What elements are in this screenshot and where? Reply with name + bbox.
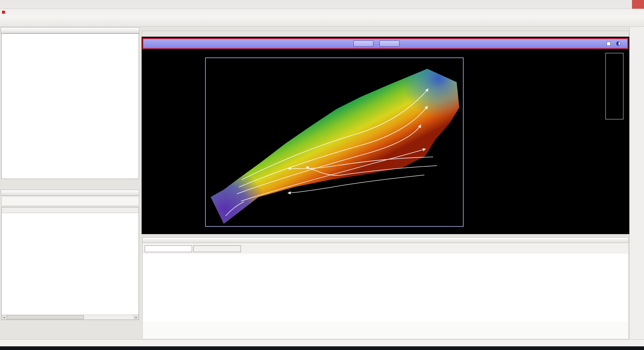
no-button[interactable] — [379, 40, 399, 47]
contrast-icon[interactable] — [616, 41, 621, 46]
close-button[interactable] — [632, 0, 644, 9]
app-icon — [2, 11, 5, 14]
status-bar — [0, 339, 644, 346]
yes-button[interactable] — [353, 40, 373, 47]
horizontal-scrollbar[interactable]: ◄ ► — [2, 315, 139, 320]
job-activity-table: ◄ ► — [1, 207, 139, 320]
job-activity-header — [1, 190, 139, 196]
reprocess-notification — [142, 38, 628, 49]
dont-ask-checkbox[interactable] — [607, 42, 611, 46]
minimize-button[interactable] — [608, 0, 620, 9]
project-sources-header — [1, 27, 139, 33]
time-series-toolbar — [143, 244, 628, 253]
qimera-window: ◄ ► — [0, 0, 644, 350]
workspace: ◄ ► — [0, 27, 644, 339]
menu-bar — [0, 9, 644, 15]
scene-view-title — [142, 31, 629, 37]
right-toolbar — [629, 27, 644, 339]
time-series-header — [142, 237, 629, 243]
series-type-select[interactable] — [145, 245, 192, 252]
scroll-left-icon[interactable]: ◄ — [2, 315, 7, 320]
main-toolbar — [0, 15, 644, 27]
titlebar — [0, 0, 644, 9]
job-activity-toolbar — [1, 196, 139, 206]
window-controls — [608, 0, 644, 9]
tide-chart[interactable] — [143, 254, 628, 322]
project-sources-tree — [1, 33, 139, 179]
bathymetry-render — [142, 37, 629, 234]
windows-taskbar[interactable] — [0, 346, 644, 350]
left-dock-column: ◄ ► — [0, 27, 141, 339]
notification-bar — [143, 39, 628, 48]
maximize-button[interactable] — [620, 0, 632, 9]
scrollbar-thumb[interactable] — [7, 315, 84, 319]
scene-3d-view[interactable] — [142, 37, 629, 234]
job-activity-table-header — [2, 207, 139, 213]
overview-box — [606, 53, 623, 119]
scroll-right-icon[interactable]: ► — [134, 315, 139, 320]
station-select[interactable] — [193, 245, 241, 252]
